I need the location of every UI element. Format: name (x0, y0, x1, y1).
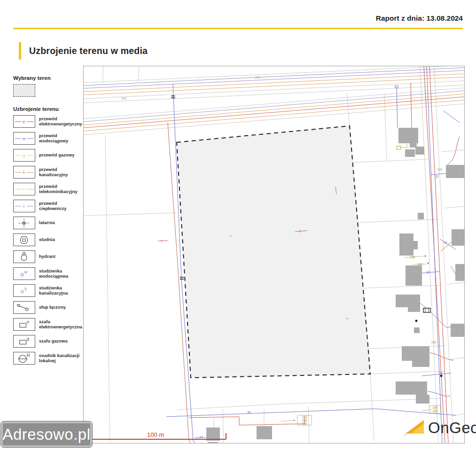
svg-text:kl: kl (27, 353, 30, 358)
ongeo-logo-text: OnGeo (428, 420, 476, 436)
septic-tank-icon: kl (13, 352, 35, 365)
legend-item-hydrant: hydrant (13, 250, 84, 263)
legend-item-electric: e przewód elektroenergetyczny (13, 115, 84, 128)
map-annotation: 110 (255, 76, 260, 79)
legend-utilities-heading: Uzbrojenie terenu (13, 106, 84, 112)
legend-item-well: studnia (13, 233, 84, 246)
svg-text:g: g (23, 153, 25, 158)
sewer-line-icon: k (13, 166, 35, 179)
map-annotation: 140 (418, 263, 423, 266)
electric-cabinet-icon: e (13, 318, 35, 331)
selected-area-symbol (13, 84, 35, 97)
legend-item-heating: c przewód ciepłowniczy (13, 200, 84, 212)
svg-text:k: k (25, 287, 27, 291)
svg-text:k: k (23, 170, 25, 175)
road-utility-lines (84, 68, 464, 131)
legend-item-gas: g przewód gazowy (13, 149, 84, 162)
right-road-utility-lines (424, 66, 448, 443)
well-icon (13, 233, 35, 246)
utilities-map: 1104001103219014032321503290160160160160… (83, 66, 465, 443)
map-annotation: 400 (122, 97, 127, 100)
legend-item-water-manhole: w studzienka wodociągowa (13, 267, 84, 280)
map-annotation: 160 (433, 406, 438, 409)
map-annotation: 190 (410, 256, 415, 259)
legend-item-gas-cabinet: g szafa gazowa (13, 335, 84, 348)
telecom-line-icon: t (13, 183, 35, 195)
legend-item-pole: słup łączony (13, 301, 84, 314)
map-annotation: 32 (444, 241, 447, 244)
map-annotation: 160 (433, 409, 438, 412)
report-date: Raport z dnia: 13.08.2024 (376, 14, 463, 23)
map-canvas: 1104001103219014032321503290160160160160… (84, 66, 464, 443)
ongeo-logo: OnGeo (404, 418, 476, 436)
map-annotation: 32 (426, 271, 430, 274)
map-annotation: 110 (437, 168, 443, 171)
legend-item-water: w przewód wodociągowy (13, 132, 84, 145)
water-manhole-icon: w (13, 267, 35, 280)
electric-line-icon: e (13, 115, 35, 128)
legend-item-lantern: latarnia (13, 217, 84, 229)
section-title: Uzbrojenie terenu w media (19, 42, 148, 60)
svg-text:w: w (24, 270, 28, 274)
scale-label: 100 m (147, 431, 164, 438)
selected-parcel-outline (177, 126, 370, 378)
map-annotation: 160 (302, 415, 307, 419)
legend-item-electric-cabinet: e szafa elektroenergetyczna (13, 318, 84, 331)
map-annotation: 90 (247, 411, 251, 414)
legend-item-sewer: k przewód kanalizacyjny (13, 166, 84, 179)
gas-cabinet-icon: g (13, 335, 35, 348)
map-annotation: 160 (302, 419, 307, 422)
svg-text:e: e (23, 119, 25, 124)
title-accent-bar (19, 42, 21, 60)
map-annotation: 160 (302, 422, 307, 425)
svg-text:w: w (22, 136, 26, 141)
map-annotation: 32 (435, 175, 439, 178)
map-annotation: 150 (431, 341, 437, 344)
water-line-icon: w (13, 132, 35, 145)
joined-pole-icon (13, 301, 35, 314)
heating-line-icon: c (13, 200, 35, 212)
svg-text:c: c (23, 204, 25, 209)
header-divider (13, 28, 463, 29)
report-page: Raport z dnia: 13.08.2024 Uzbrojenie ter… (0, 0, 476, 451)
map-annotation: 44 (199, 435, 203, 439)
legend-item-septic: kl osadnik kanalizacji lokalnej (13, 352, 84, 365)
legend-item-sewer-manhole: k studzienka kanalizacyjna (13, 284, 84, 297)
gas-line-icon: g (13, 149, 35, 162)
page-title: Uzbrojenie terenu w media (29, 46, 148, 56)
map-annotation: 32 (439, 372, 443, 375)
svg-text:t: t (23, 187, 25, 192)
hydrant-icon (13, 250, 35, 263)
adresowo-watermark: Adresowo.pl (1, 421, 92, 447)
legend: Wybrany teren Uzbrojenie terenu e przewó… (13, 75, 84, 369)
svg-text:e: e (27, 319, 29, 324)
ongeo-triangle-icon (404, 418, 425, 436)
svg-text:g: g (27, 336, 29, 341)
legend-selected-heading: Wybrany teren (13, 75, 84, 81)
scale-bar: 100 m (84, 431, 226, 439)
legend-item-telecom: t przewód telekominikacyjny (13, 183, 84, 195)
lantern-icon (13, 217, 35, 229)
sewer-manhole-icon: k (13, 284, 35, 297)
